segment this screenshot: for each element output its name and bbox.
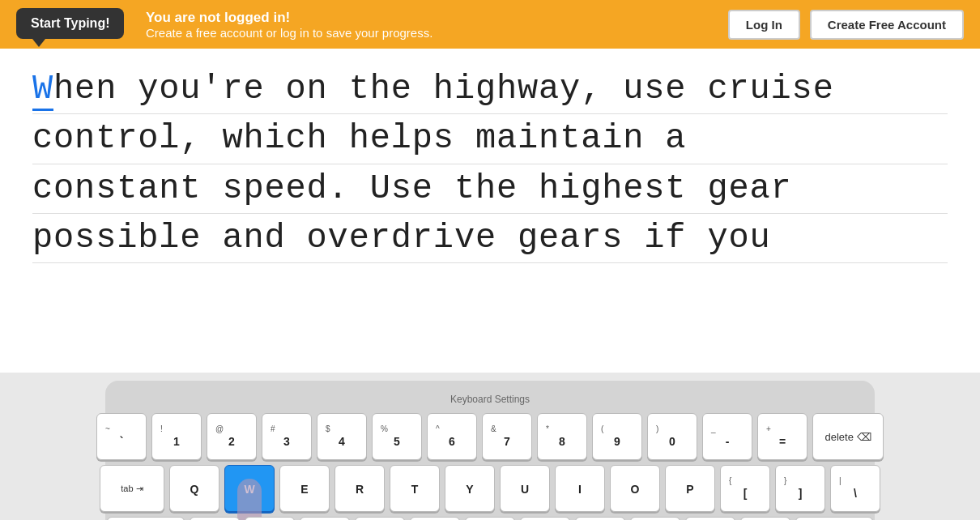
- key-semicolon[interactable]: :;: [685, 517, 735, 520]
- banner-actions: Log In Create Free Account: [728, 10, 964, 40]
- notification-banner: Start Typing! You are not logged in! Cre…: [0, 0, 980, 49]
- key-j[interactable]: J: [520, 517, 570, 520]
- keyboard-settings-label[interactable]: Keyboard Settings: [118, 394, 862, 405]
- key-quote[interactable]: "': [740, 517, 790, 520]
- text-line-4: possible and overdrive gears if you: [32, 214, 948, 263]
- key-d[interactable]: D: [300, 517, 350, 520]
- enter-key[interactable]: enter: [795, 517, 873, 520]
- key-w[interactable]: W: [224, 465, 275, 512]
- key-q[interactable]: Q: [169, 465, 219, 512]
- key-5[interactable]: %5: [372, 413, 422, 460]
- key-s[interactable]: S: [245, 517, 295, 520]
- keyboard: Keyboard Settings ~` !1 @2 #3 $4 %5 ^6 &…: [105, 381, 875, 520]
- key-0[interactable]: )0: [647, 413, 697, 460]
- delete-key[interactable]: delete ⌫: [812, 413, 884, 460]
- key-u[interactable]: U: [500, 465, 550, 512]
- banner-subtitle: Create a free account or log in to save …: [146, 26, 432, 40]
- key-3[interactable]: #3: [262, 413, 312, 460]
- login-button[interactable]: Log In: [728, 10, 800, 40]
- banner-message: You are not logged in! Create a free acc…: [146, 10, 432, 40]
- text-line-1: When you're on the highway, use cruise: [32, 65, 948, 114]
- caps-lock-key[interactable]: caps lock: [107, 517, 185, 520]
- key-a[interactable]: A: [190, 517, 240, 520]
- key-4[interactable]: $4: [317, 413, 367, 460]
- key-l[interactable]: L: [630, 517, 680, 520]
- key-o[interactable]: O: [610, 465, 660, 512]
- key-8[interactable]: *8: [537, 413, 587, 460]
- key-i[interactable]: I: [555, 465, 605, 512]
- asdf-row: caps lock A S D F G H J K L :; "' enter: [118, 517, 862, 520]
- number-row: ~` !1 @2 #3 $4 %5 ^6 &7 *8 (9 )0 _- += d…: [118, 413, 862, 460]
- typed-w: W: [32, 70, 53, 111]
- key-f[interactable]: F: [355, 517, 405, 520]
- key-7[interactable]: &7: [482, 413, 532, 460]
- typing-area[interactable]: When you're on the highway, use cruise c…: [0, 49, 980, 373]
- key-2[interactable]: @2: [207, 413, 257, 460]
- key-backslash[interactable]: |\: [830, 465, 880, 512]
- key-r[interactable]: R: [334, 465, 385, 512]
- banner-title: You are not logged in!: [146, 10, 432, 26]
- key-p[interactable]: P: [665, 465, 715, 512]
- key-6[interactable]: ^6: [427, 413, 477, 460]
- key-backtick[interactable]: ~`: [96, 413, 147, 460]
- key-g[interactable]: G: [410, 517, 460, 520]
- key-rbracket[interactable]: }]: [775, 465, 825, 512]
- key-e[interactable]: E: [279, 465, 330, 512]
- key-k[interactable]: K: [575, 517, 625, 520]
- key-t[interactable]: T: [390, 465, 440, 512]
- key-h[interactable]: H: [465, 517, 515, 520]
- key-1[interactable]: !1: [151, 413, 202, 460]
- qwerty-row: tab ⇥ Q W E R T Y U I O P {[ }] |\: [118, 465, 862, 512]
- typing-text: When you're on the highway, use cruise c…: [32, 65, 948, 263]
- key-y[interactable]: Y: [445, 465, 495, 512]
- create-account-button[interactable]: Create Free Account: [810, 10, 964, 40]
- tooltip-label: Start Typing!: [31, 16, 109, 30]
- tab-key[interactable]: tab ⇥: [100, 465, 164, 512]
- text-line-2: control, which helps maintain a: [32, 114, 948, 164]
- start-typing-tooltip: Start Typing!: [16, 8, 124, 39]
- key-lbracket[interactable]: {[: [720, 465, 770, 512]
- key-minus[interactable]: _-: [702, 413, 752, 460]
- key-equals[interactable]: +=: [757, 413, 807, 460]
- key-9[interactable]: (9: [592, 413, 642, 460]
- text-line-3: constant speed. Use the highest gear: [32, 164, 948, 214]
